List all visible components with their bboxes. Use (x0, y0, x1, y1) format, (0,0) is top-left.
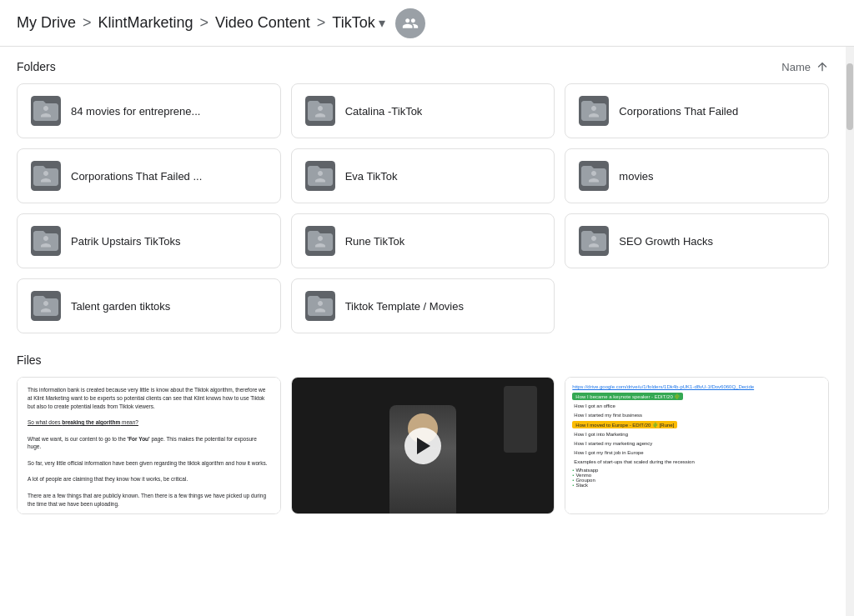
sheet-cell: How I started my first business (572, 412, 644, 418)
folder-card[interactable]: Tiktok Template / Movies (291, 278, 555, 333)
folder-card[interactable]: SEO Growth Hacks (565, 213, 829, 268)
folder-shared-icon (31, 161, 61, 191)
breadcrumb-sep-2: > (200, 14, 209, 32)
share-avatar-button[interactable] (395, 8, 425, 38)
folder-name: Corporations That Failed (619, 105, 738, 118)
sheet-row: How I got into Marketing (572, 431, 821, 438)
doc-content: This information bank is created because… (18, 378, 280, 513)
files-label: Files (17, 353, 829, 367)
file-preview-document: This information bank is created because… (18, 378, 280, 513)
folder-shared-icon (305, 226, 335, 256)
folder-shared-icon (305, 161, 335, 191)
files-grid: This information bank is created because… (17, 377, 829, 514)
breadcrumb-my-drive[interactable]: My Drive (17, 14, 76, 32)
video-play-button[interactable] (404, 428, 441, 464)
breadcrumb-sep-1: > (83, 14, 92, 32)
folder-name: Corporations That Failed ... (71, 170, 202, 183)
sheet-cell: How I got an office (572, 403, 617, 409)
doc-line1: This information bank is created because… (28, 386, 270, 410)
folders-label: Folders (17, 60, 56, 73)
folder-card[interactable]: Catalina -TikTok (291, 83, 555, 138)
file-card-document[interactable]: This information bank is created because… (17, 377, 281, 514)
folder-shared-icon (31, 226, 61, 256)
breadcrumb-klint[interactable]: KlintMarketing (98, 14, 193, 32)
file-preview-spreadsheet: https://drive.google.com/drive/u/1/folde… (565, 378, 828, 513)
file-preview-video (292, 378, 555, 513)
folder-card[interactable]: movies (565, 148, 829, 203)
folder-shared-icon (579, 96, 609, 126)
sheet-row: How I started my marketing agency (572, 440, 821, 447)
sheet-cell: How I got into Marketing (572, 431, 630, 438)
folder-shared-icon (579, 226, 609, 256)
doc-line3: What we want, is our content to go to th… (28, 435, 270, 452)
folder-name: Patrik Upstairs TikToks (71, 235, 180, 248)
sheet-cell-green: How I became a keynote speaker - EDIT/20… (572, 393, 683, 400)
doc-line4: So far, very little official information… (28, 459, 270, 468)
folder-name: Talent garden tiktoks (71, 300, 170, 313)
content-area[interactable]: Folders Name 84 movies for entreprene. (0, 47, 846, 616)
folder-name: SEO Growth Hacks (619, 235, 713, 248)
folder-shared-icon (31, 291, 61, 321)
sheet-row: How I started my first business (572, 412, 821, 418)
doc-line2: So what does breaking the algorithm mean… (28, 418, 270, 427)
folder-card[interactable]: Patrik Upstairs TikToks (17, 213, 281, 268)
folder-shared-icon (305, 96, 335, 126)
dropdown-arrow-icon[interactable]: ▾ (379, 15, 385, 31)
sheet-link: https://drive.google.com/drive/u/1/folde… (572, 384, 821, 389)
main-content: Folders Name 84 movies for entreprene. (0, 47, 854, 616)
folder-card[interactable]: Corporations That Failed (565, 83, 829, 138)
sort-label: Name (781, 61, 811, 73)
folder-shared-icon (579, 161, 609, 191)
sheet-row: How I became a keynote speaker - EDIT/20… (572, 393, 821, 400)
folder-card[interactable]: Rune TikTok (291, 213, 555, 268)
folders-section-header: Folders Name (17, 60, 829, 73)
folder-grid: 84 movies for entreprene... Catalina -Ti… (17, 83, 829, 333)
video-content (292, 378, 555, 513)
sheet-list-item: Slack (572, 483, 821, 488)
video-background-element (504, 386, 537, 453)
folder-card[interactable]: Eva TikTok (291, 148, 555, 203)
sort-arrow-icon (816, 60, 829, 73)
folder-card[interactable]: 84 movies for entreprene... (17, 83, 281, 138)
sheet-cell: Examples of start-ups that scaled during… (572, 458, 696, 465)
folder-name: Rune TikTok (345, 235, 405, 248)
scrollbar-thumb[interactable] (846, 63, 853, 130)
sheet-cell-highlight: How I moved to Europe - EDIT/20 🌵 [Rune] (572, 421, 677, 428)
doc-line6: There are a few things that are publicly… (28, 492, 270, 508)
sheet-row: How I moved to Europe - EDIT/20 🌵 [Rune] (572, 421, 821, 428)
sort-control[interactable]: Name (781, 60, 829, 73)
sheet-row: Examples of start-ups that scaled during… (572, 458, 821, 465)
folder-name: Eva TikTok (345, 170, 398, 183)
scrollbar-track[interactable] (846, 47, 854, 616)
breadcrumb-video[interactable]: Video Content (215, 14, 310, 32)
folder-name: Catalina -TikTok (345, 105, 423, 118)
folder-card[interactable]: Corporations That Failed ... (17, 148, 281, 203)
doc-line5: A lot of people are claiming that they k… (28, 475, 270, 483)
sheet-row: How I got an office (572, 403, 821, 409)
folder-name: Tiktok Template / Movies (345, 300, 464, 313)
breadcrumb-bar: My Drive > KlintMarketing > Video Conten… (0, 0, 854, 47)
folder-card[interactable]: Talent garden tiktoks (17, 278, 281, 333)
sheet-content: https://drive.google.com/drive/u/1/folde… (565, 378, 828, 513)
sheet-row: How I got my first job in Europe (572, 449, 821, 456)
file-card-video[interactable] (291, 377, 555, 514)
sheet-cell: How I got my first job in Europe (572, 449, 645, 456)
folder-name: 84 movies for entreprene... (71, 105, 200, 118)
folder-shared-icon (305, 291, 335, 321)
breadcrumb-sep-3: > (317, 14, 326, 32)
folder-shared-icon (31, 96, 61, 126)
folder-name: movies (619, 170, 653, 183)
doc-bold-underline: So what does breaking the algorithm mean… (28, 419, 138, 425)
sheet-cell: How I started my marketing agency (572, 440, 654, 447)
file-card-spreadsheet[interactable]: https://drive.google.com/drive/u/1/folde… (565, 377, 829, 514)
breadcrumb-tiktok[interactable]: TikTok (332, 14, 374, 32)
